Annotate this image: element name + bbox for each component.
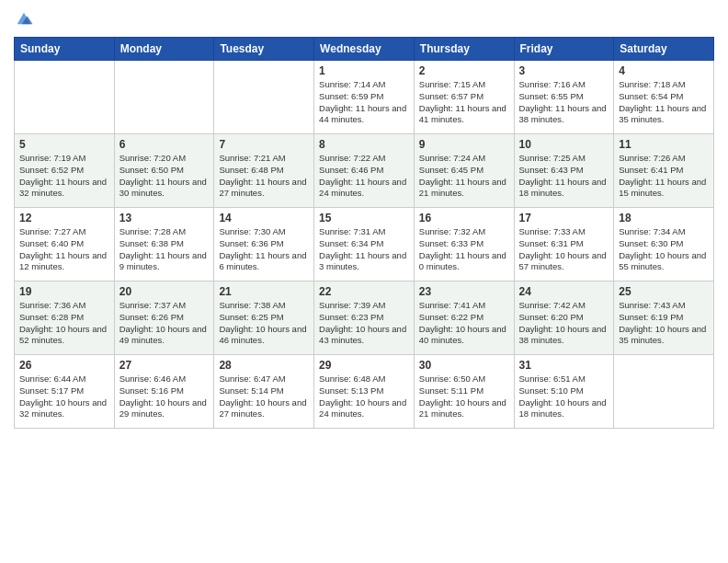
day-number: 29 — [319, 359, 409, 372]
day-number: 27 — [119, 359, 210, 372]
weekday-header-saturday: Saturday — [614, 38, 714, 61]
calendar-week-row: 19Sunrise: 7:36 AM Sunset: 6:28 PM Dayli… — [15, 282, 714, 355]
weekday-header-monday: Monday — [114, 38, 214, 61]
calendar-cell: 6Sunrise: 7:20 AM Sunset: 6:50 PM Daylig… — [114, 134, 214, 208]
calendar-week-row: 1Sunrise: 7:14 AM Sunset: 6:59 PM Daylig… — [15, 61, 714, 134]
header — [14, 9, 714, 29]
weekday-header-sunday: Sunday — [15, 38, 115, 61]
calendar-cell: 31Sunrise: 6:51 AM Sunset: 5:10 PM Dayli… — [514, 355, 614, 429]
day-info: Sunrise: 6:44 AM Sunset: 5:17 PM Dayligh… — [19, 373, 109, 420]
day-info: Sunrise: 7:41 AM Sunset: 6:22 PM Dayligh… — [419, 300, 509, 347]
day-number: 20 — [119, 285, 210, 298]
weekday-header-wednesday: Wednesday — [314, 38, 415, 61]
day-number: 14 — [219, 212, 309, 224]
day-number: 13 — [119, 212, 210, 224]
day-info: Sunrise: 7:36 AM Sunset: 6:28 PM Dayligh… — [19, 300, 109, 347]
day-info: Sunrise: 6:51 AM Sunset: 5:10 PM Dayligh… — [519, 373, 609, 420]
day-number: 5 — [19, 138, 109, 151]
day-number: 2 — [419, 64, 509, 77]
calendar-cell: 26Sunrise: 6:44 AM Sunset: 5:17 PM Dayli… — [15, 355, 115, 429]
day-number: 24 — [519, 285, 609, 298]
calendar-table: SundayMondayTuesdayWednesdayThursdayFrid… — [14, 37, 714, 429]
day-number: 3 — [519, 64, 609, 77]
weekday-header-friday: Friday — [514, 38, 614, 61]
day-number: 4 — [619, 64, 709, 77]
day-number: 25 — [619, 285, 709, 298]
day-info: Sunrise: 7:32 AM Sunset: 6:33 PM Dayligh… — [419, 226, 509, 273]
calendar-cell: 22Sunrise: 7:39 AM Sunset: 6:23 PM Dayli… — [314, 282, 415, 355]
calendar-cell: 9Sunrise: 7:24 AM Sunset: 6:45 PM Daylig… — [414, 134, 514, 208]
calendar-cell: 28Sunrise: 6:47 AM Sunset: 5:14 PM Dayli… — [214, 355, 314, 429]
day-info: Sunrise: 7:33 AM Sunset: 6:31 PM Dayligh… — [519, 226, 609, 273]
weekday-header-thursday: Thursday — [414, 38, 514, 61]
day-info: Sunrise: 7:20 AM Sunset: 6:50 PM Dayligh… — [119, 153, 210, 200]
day-info: Sunrise: 6:46 AM Sunset: 5:16 PM Dayligh… — [119, 373, 210, 420]
calendar-cell — [614, 355, 714, 429]
day-number: 15 — [319, 212, 409, 224]
logo — [14, 9, 38, 29]
calendar-cell: 3Sunrise: 7:16 AM Sunset: 6:55 PM Daylig… — [514, 61, 614, 134]
day-number: 19 — [19, 285, 109, 298]
weekday-header-tuesday: Tuesday — [214, 38, 314, 61]
day-info: Sunrise: 7:24 AM Sunset: 6:45 PM Dayligh… — [419, 153, 509, 200]
day-info: Sunrise: 7:21 AM Sunset: 6:48 PM Dayligh… — [219, 153, 309, 200]
day-info: Sunrise: 7:31 AM Sunset: 6:34 PM Dayligh… — [319, 226, 409, 273]
calendar-cell — [214, 61, 314, 134]
calendar-cell: 30Sunrise: 6:50 AM Sunset: 5:11 PM Dayli… — [414, 355, 514, 429]
day-info: Sunrise: 7:14 AM Sunset: 6:59 PM Dayligh… — [319, 79, 409, 126]
day-info: Sunrise: 7:43 AM Sunset: 6:19 PM Dayligh… — [619, 300, 709, 347]
calendar-cell: 16Sunrise: 7:32 AM Sunset: 6:33 PM Dayli… — [414, 208, 514, 282]
page: SundayMondayTuesdayWednesdayThursdayFrid… — [0, 0, 728, 563]
calendar-cell: 8Sunrise: 7:22 AM Sunset: 6:46 PM Daylig… — [314, 134, 415, 208]
day-number: 12 — [19, 212, 109, 224]
calendar-cell: 20Sunrise: 7:37 AM Sunset: 6:26 PM Dayli… — [114, 282, 214, 355]
day-info: Sunrise: 7:26 AM Sunset: 6:41 PM Dayligh… — [619, 153, 709, 200]
calendar-cell: 7Sunrise: 7:21 AM Sunset: 6:48 PM Daylig… — [214, 134, 314, 208]
calendar-cell: 27Sunrise: 6:46 AM Sunset: 5:16 PM Dayli… — [114, 355, 214, 429]
day-info: Sunrise: 7:42 AM Sunset: 6:20 PM Dayligh… — [519, 300, 609, 347]
day-info: Sunrise: 7:27 AM Sunset: 6:40 PM Dayligh… — [19, 226, 109, 273]
day-info: Sunrise: 6:48 AM Sunset: 5:13 PM Dayligh… — [319, 373, 409, 420]
calendar-cell: 1Sunrise: 7:14 AM Sunset: 6:59 PM Daylig… — [314, 61, 415, 134]
day-info: Sunrise: 7:34 AM Sunset: 6:30 PM Dayligh… — [619, 226, 709, 273]
calendar-cell: 10Sunrise: 7:25 AM Sunset: 6:43 PM Dayli… — [514, 134, 614, 208]
day-number: 26 — [19, 359, 109, 372]
day-info: Sunrise: 7:19 AM Sunset: 6:52 PM Dayligh… — [19, 153, 109, 200]
day-number: 30 — [419, 359, 509, 372]
day-info: Sunrise: 7:38 AM Sunset: 6:25 PM Dayligh… — [219, 300, 309, 347]
calendar-cell: 13Sunrise: 7:28 AM Sunset: 6:38 PM Dayli… — [114, 208, 214, 282]
day-number: 22 — [319, 285, 409, 298]
calendar-cell: 23Sunrise: 7:41 AM Sunset: 6:22 PM Dayli… — [414, 282, 514, 355]
logo-icon — [14, 9, 34, 29]
day-info: Sunrise: 7:39 AM Sunset: 6:23 PM Dayligh… — [319, 300, 409, 347]
calendar-cell: 29Sunrise: 6:48 AM Sunset: 5:13 PM Dayli… — [314, 355, 415, 429]
day-info: Sunrise: 7:22 AM Sunset: 6:46 PM Dayligh… — [319, 153, 409, 200]
day-info: Sunrise: 7:37 AM Sunset: 6:26 PM Dayligh… — [119, 300, 210, 347]
calendar-cell: 17Sunrise: 7:33 AM Sunset: 6:31 PM Dayli… — [514, 208, 614, 282]
calendar-cell: 19Sunrise: 7:36 AM Sunset: 6:28 PM Dayli… — [15, 282, 115, 355]
calendar-week-row: 26Sunrise: 6:44 AM Sunset: 5:17 PM Dayli… — [15, 355, 714, 429]
day-number: 23 — [419, 285, 509, 298]
calendar-cell — [15, 61, 115, 134]
day-info: Sunrise: 7:30 AM Sunset: 6:36 PM Dayligh… — [219, 226, 309, 273]
day-number: 21 — [219, 285, 309, 298]
day-number: 31 — [519, 359, 609, 372]
day-number: 8 — [319, 138, 409, 151]
day-info: Sunrise: 6:50 AM Sunset: 5:11 PM Dayligh… — [419, 373, 509, 420]
day-info: Sunrise: 7:18 AM Sunset: 6:54 PM Dayligh… — [619, 79, 709, 126]
day-number: 17 — [519, 212, 609, 224]
calendar-cell: 14Sunrise: 7:30 AM Sunset: 6:36 PM Dayli… — [214, 208, 314, 282]
calendar-cell: 25Sunrise: 7:43 AM Sunset: 6:19 PM Dayli… — [614, 282, 714, 355]
day-info: Sunrise: 6:47 AM Sunset: 5:14 PM Dayligh… — [219, 373, 309, 420]
calendar-week-row: 5Sunrise: 7:19 AM Sunset: 6:52 PM Daylig… — [15, 134, 714, 208]
calendar-cell: 21Sunrise: 7:38 AM Sunset: 6:25 PM Dayli… — [214, 282, 314, 355]
day-number: 9 — [419, 138, 509, 151]
weekday-header-row: SundayMondayTuesdayWednesdayThursdayFrid… — [15, 38, 714, 61]
calendar-week-row: 12Sunrise: 7:27 AM Sunset: 6:40 PM Dayli… — [15, 208, 714, 282]
day-info: Sunrise: 7:25 AM Sunset: 6:43 PM Dayligh… — [519, 153, 609, 200]
day-number: 28 — [219, 359, 309, 372]
day-number: 1 — [319, 64, 409, 77]
day-info: Sunrise: 7:28 AM Sunset: 6:38 PM Dayligh… — [119, 226, 210, 273]
day-number: 11 — [619, 138, 709, 151]
calendar-cell: 5Sunrise: 7:19 AM Sunset: 6:52 PM Daylig… — [15, 134, 115, 208]
